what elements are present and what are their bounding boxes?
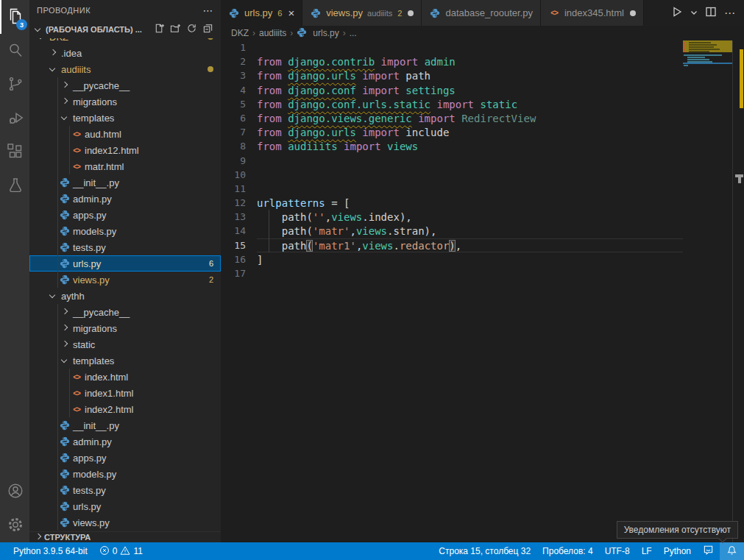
notifications-tooltip: Уведомления отсутствуют	[617, 521, 738, 539]
activity-account-button[interactable]	[0, 475, 29, 508]
tab-close-icon[interactable]: ×	[288, 7, 294, 18]
tree-item-static[interactable]: static	[29, 336, 221, 352]
tree-item-tests.py[interactable]: tests.py	[29, 482, 221, 498]
tree-item-migrations[interactable]: migrations	[29, 93, 221, 110]
tree-item-__init__.py[interactable]: __init__.py	[29, 174, 221, 191]
code-editor[interactable]: 12from django.contrib import admin3from …	[221, 40, 683, 542]
tree-item-__pycache__[interactable]: __pycache__	[29, 304, 221, 320]
breadcrumb-item-audiiits[interactable]: audiiits	[259, 28, 286, 38]
python-file-icon	[59, 419, 71, 431]
code-token: from	[257, 85, 282, 96]
activity-extensions-button[interactable]	[0, 135, 29, 169]
python-file-icon	[59, 241, 71, 253]
workspace-label[interactable]: (РАБОЧАЯ ОБЛАСТЬ) ...	[46, 25, 142, 34]
tree-item-matr.html[interactable]: <>matr.html	[29, 158, 221, 174]
tree-item-index.html[interactable]: <>index.html	[29, 369, 221, 385]
tree-item-aythh[interactable]: aythh	[29, 288, 221, 304]
new-folder-icon[interactable]	[170, 23, 181, 35]
tree-item-views.py[interactable]: views.py	[29, 514, 221, 531]
run-icon[interactable]	[671, 6, 683, 20]
breadcrumb-item-urls.py[interactable]: urls.py	[297, 27, 339, 40]
tree-item-migrations[interactable]: migrations	[29, 320, 221, 336]
line-content: ]	[257, 252, 683, 266]
tree-item-templates[interactable]: templates	[29, 110, 221, 126]
line-content: from django.conf.urls.static import stat…	[257, 97, 683, 111]
sidebar-more-actions-icon[interactable]: ⋯	[203, 4, 214, 16]
chevron-right-icon	[47, 47, 59, 59]
collapse-all-icon[interactable]	[202, 23, 213, 35]
code-token: from	[257, 113, 282, 124]
tree-item-label: __init__.py	[73, 177, 119, 188]
tab-urls.py[interactable]: urls.py6×	[221, 0, 302, 26]
cursor-position-status[interactable]: Строка 15, столбец 32	[433, 542, 536, 560]
outline-section-header[interactable]: СТРУКТУРА	[29, 531, 221, 542]
tree-item-label: matr.html	[85, 161, 124, 172]
html-file-icon: <>	[71, 144, 82, 156]
tree-item-tests.py[interactable]: tests.py	[29, 239, 221, 255]
tree-item-index1.html[interactable]: <>index1.html	[29, 385, 221, 401]
indent-guide	[269, 210, 269, 252]
breadcrumb-item-DKZ[interactable]: DKZ	[231, 28, 249, 38]
tree-item-__pycache__[interactable]: __pycache__	[29, 77, 221, 93]
tree-item-urls.py[interactable]: urls.py6	[29, 255, 221, 272]
tree-item-apps.py[interactable]: apps.py	[29, 207, 221, 223]
python-interpreter-status[interactable]: Python 3.9.5 64-bit	[7, 542, 93, 560]
language-mode-status[interactable]: Python	[658, 542, 697, 560]
activity-testing-button[interactable]	[0, 169, 29, 203]
indentation-status[interactable]: Пробелов: 4	[536, 542, 599, 560]
overview-ruler[interactable]	[732, 40, 744, 542]
tree-item-DKZ[interactable]: DKZ	[29, 38, 221, 45]
activity-explorer-button[interactable]: 3	[0, 0, 29, 34]
activity-settings-button[interactable]	[0, 508, 29, 542]
html-file-icon: <>	[71, 128, 82, 140]
tree-item-index12.html[interactable]: <>index12.html	[29, 142, 221, 158]
line-content: from django.conf import settings	[257, 83, 683, 97]
tree-item-label: urls.py	[73, 501, 101, 512]
error-icon	[99, 545, 110, 558]
tree-item-label: __pycache__	[73, 307, 130, 318]
new-file-icon[interactable]	[154, 23, 165, 35]
indent-guide	[57, 304, 58, 531]
breadcrumb-item-...[interactable]: ...	[350, 28, 357, 38]
tree-item-models.py[interactable]: models.py	[29, 223, 221, 239]
tree-item-aud.html[interactable]: <>aud.html	[29, 126, 221, 142]
tree-item-apps.py[interactable]: apps.py	[29, 450, 221, 466]
tab-views.py[interactable]: views.pyaudiiits2	[302, 0, 422, 26]
tree-item-.idea[interactable]: .idea	[29, 45, 221, 61]
tree-item-audiiits[interactable]: audiiits	[29, 61, 221, 77]
tree-item-admin.py[interactable]: admin.py	[29, 433, 221, 450]
breadcrumb-separator: ›	[343, 28, 346, 38]
notifications-bell-button[interactable]	[720, 542, 744, 560]
chevron-down-icon[interactable]	[32, 24, 44, 35]
code-token: django.conf.urls.static	[288, 99, 431, 110]
more-actions-icon[interactable]: ⋯	[724, 7, 735, 20]
tab-database_roouter.py[interactable]: database_roouter.py	[422, 0, 541, 26]
encoding-status[interactable]: UTF-8	[599, 542, 636, 560]
python-file-icon	[59, 274, 71, 286]
tab-index345.html[interactable]: <>index345.html	[541, 0, 644, 26]
tree-item-views.py[interactable]: views.py2	[29, 272, 221, 288]
tree-item-templates[interactable]: templates	[29, 352, 221, 369]
tree-item-label: index.html	[85, 372, 128, 383]
activity-search-button[interactable]	[0, 34, 29, 68]
code-token	[375, 56, 380, 68]
activity-source-control-button[interactable]	[0, 68, 29, 102]
run-dropdown-chevron-icon[interactable]	[690, 7, 698, 18]
code-token	[282, 85, 288, 96]
chevron-right-icon	[59, 339, 71, 350]
tree-item-models.py[interactable]: models.py	[29, 466, 221, 482]
tree-item-admin.py[interactable]: admin.py	[29, 191, 221, 207]
feedback-button[interactable]	[697, 542, 720, 560]
modified-dot-badge	[208, 38, 213, 40]
split-editor-icon[interactable]	[705, 6, 717, 20]
eol-status[interactable]: LF	[636, 542, 658, 560]
refresh-icon[interactable]	[186, 23, 197, 35]
tree-item-index2.html[interactable]: <>index2.html	[29, 401, 221, 417]
minimap[interactable]	[683, 40, 732, 542]
activity-run-debug-button[interactable]	[0, 102, 29, 135]
tree-item-urls.py[interactable]: urls.py	[29, 498, 221, 514]
line-content: from django.contrib import admin	[257, 54, 683, 68]
chevron-right-icon	[59, 306, 71, 318]
tree-item-__init__.py[interactable]: __init__.py	[29, 417, 221, 433]
problems-status[interactable]: 0 11	[93, 542, 149, 560]
